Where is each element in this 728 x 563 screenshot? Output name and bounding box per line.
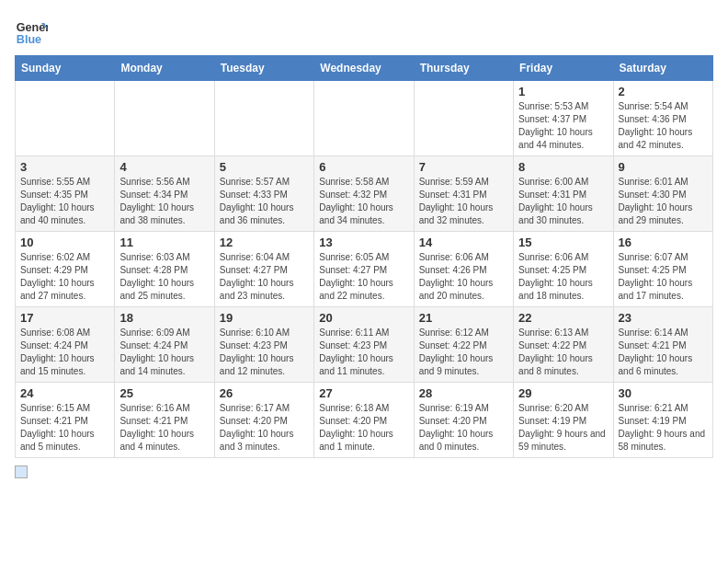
calendar-header-thursday: Thursday (414, 56, 513, 81)
day-info: Sunrise: 6:06 AM Sunset: 4:25 PM Dayligh… (518, 251, 608, 303)
calendar-cell: 17Sunrise: 6:08 AM Sunset: 4:24 PM Dayli… (16, 307, 115, 383)
day-info: Sunrise: 5:54 AM Sunset: 4:36 PM Dayligh… (619, 100, 708, 152)
day-info: Sunrise: 5:55 AM Sunset: 4:35 PM Dayligh… (20, 176, 109, 227)
day-number: 24 (20, 386, 109, 400)
day-number: 19 (220, 311, 309, 325)
day-number: 3 (20, 160, 109, 174)
calendar-cell: 15Sunrise: 6:06 AM Sunset: 4:25 PM Dayli… (514, 232, 613, 307)
calendar-cell: 4Sunrise: 5:56 AM Sunset: 4:34 PM Daylig… (115, 156, 214, 232)
legend-box (15, 465, 28, 478)
logo: General Blue (15, 15, 48, 48)
day-info: Sunrise: 6:05 AM Sunset: 4:27 PM Dayligh… (319, 251, 408, 303)
day-number: 27 (319, 386, 408, 400)
day-number: 18 (119, 311, 209, 325)
calendar-cell: 13Sunrise: 6:05 AM Sunset: 4:27 PM Dayli… (314, 232, 414, 307)
day-info: Sunrise: 6:06 AM Sunset: 4:26 PM Dayligh… (419, 251, 508, 303)
calendar-cell: 27Sunrise: 6:18 AM Sunset: 4:20 PM Dayli… (314, 383, 414, 458)
calendar-cell: 22Sunrise: 6:13 AM Sunset: 4:22 PM Dayli… (514, 307, 613, 383)
day-number: 16 (619, 236, 708, 249)
calendar-cell (414, 81, 513, 156)
day-number: 12 (220, 236, 309, 249)
calendar-cell: 24Sunrise: 6:15 AM Sunset: 4:21 PM Dayli… (16, 383, 115, 458)
day-number: 29 (518, 386, 608, 400)
calendar-cell (115, 81, 214, 156)
day-info: Sunrise: 6:20 AM Sunset: 4:19 PM Dayligh… (518, 402, 608, 454)
calendar-cell: 6Sunrise: 5:58 AM Sunset: 4:32 PM Daylig… (314, 156, 414, 232)
day-info: Sunrise: 6:13 AM Sunset: 4:22 PM Dayligh… (518, 327, 608, 378)
calendar-cell: 16Sunrise: 6:07 AM Sunset: 4:25 PM Dayli… (613, 232, 712, 307)
day-info: Sunrise: 6:04 AM Sunset: 4:27 PM Dayligh… (220, 251, 309, 303)
day-number: 1 (518, 85, 608, 98)
day-number: 13 (319, 236, 408, 249)
day-number: 21 (419, 311, 508, 325)
calendar: SundayMondayTuesdayWednesdayThursdayFrid… (15, 55, 713, 458)
day-number: 11 (119, 236, 209, 249)
calendar-cell: 10Sunrise: 6:02 AM Sunset: 4:29 PM Dayli… (16, 232, 115, 307)
day-info: Sunrise: 6:00 AM Sunset: 4:31 PM Dayligh… (518, 176, 608, 227)
day-number: 6 (319, 160, 408, 174)
logo-icon: General Blue (15, 15, 48, 48)
day-info: Sunrise: 6:17 AM Sunset: 4:20 PM Dayligh… (220, 402, 309, 454)
calendar-cell: 14Sunrise: 6:06 AM Sunset: 4:26 PM Dayli… (414, 232, 513, 307)
day-info: Sunrise: 5:53 AM Sunset: 4:37 PM Dayligh… (518, 100, 608, 152)
calendar-cell: 5Sunrise: 5:57 AM Sunset: 4:33 PM Daylig… (214, 156, 313, 232)
day-info: Sunrise: 5:57 AM Sunset: 4:33 PM Dayligh… (220, 176, 309, 227)
calendar-cell: 23Sunrise: 6:14 AM Sunset: 4:21 PM Dayli… (613, 307, 712, 383)
calendar-week-1: 1Sunrise: 5:53 AM Sunset: 4:37 PM Daylig… (16, 81, 713, 156)
calendar-cell: 20Sunrise: 6:11 AM Sunset: 4:23 PM Dayli… (314, 307, 414, 383)
svg-text:Blue: Blue (17, 33, 41, 46)
calendar-header-tuesday: Tuesday (214, 56, 313, 81)
calendar-header-sunday: Sunday (16, 56, 115, 81)
legend (15, 465, 713, 478)
calendar-cell: 7Sunrise: 5:59 AM Sunset: 4:31 PM Daylig… (414, 156, 513, 232)
calendar-cell: 1Sunrise: 5:53 AM Sunset: 4:37 PM Daylig… (514, 81, 613, 156)
day-number: 23 (619, 311, 708, 325)
day-number: 17 (20, 311, 109, 325)
calendar-cell: 18Sunrise: 6:09 AM Sunset: 4:24 PM Dayli… (115, 307, 214, 383)
day-number: 5 (220, 160, 309, 174)
calendar-week-4: 17Sunrise: 6:08 AM Sunset: 4:24 PM Dayli… (16, 307, 713, 383)
day-info: Sunrise: 5:56 AM Sunset: 4:34 PM Dayligh… (119, 176, 209, 227)
day-number: 8 (518, 160, 608, 174)
calendar-cell: 30Sunrise: 6:21 AM Sunset: 4:19 PM Dayli… (613, 383, 712, 458)
calendar-cell: 26Sunrise: 6:17 AM Sunset: 4:20 PM Dayli… (214, 383, 313, 458)
day-number: 26 (220, 386, 309, 400)
day-number: 2 (619, 85, 708, 98)
day-info: Sunrise: 6:10 AM Sunset: 4:23 PM Dayligh… (220, 327, 309, 378)
day-info: Sunrise: 6:14 AM Sunset: 4:21 PM Dayligh… (619, 327, 708, 378)
day-number: 22 (518, 311, 608, 325)
calendar-cell: 8Sunrise: 6:00 AM Sunset: 4:31 PM Daylig… (514, 156, 613, 232)
calendar-cell: 21Sunrise: 6:12 AM Sunset: 4:22 PM Dayli… (414, 307, 513, 383)
day-number: 25 (119, 386, 209, 400)
day-info: Sunrise: 6:01 AM Sunset: 4:30 PM Dayligh… (619, 176, 708, 227)
calendar-cell: 2Sunrise: 5:54 AM Sunset: 4:36 PM Daylig… (613, 81, 712, 156)
day-info: Sunrise: 6:03 AM Sunset: 4:28 PM Dayligh… (119, 251, 209, 303)
day-info: Sunrise: 6:15 AM Sunset: 4:21 PM Dayligh… (20, 402, 109, 454)
day-number: 15 (518, 236, 608, 249)
calendar-header-wednesday: Wednesday (314, 56, 414, 81)
day-number: 10 (20, 236, 109, 249)
calendar-cell: 12Sunrise: 6:04 AM Sunset: 4:27 PM Dayli… (214, 232, 313, 307)
calendar-header-row: SundayMondayTuesdayWednesdayThursdayFrid… (16, 56, 713, 81)
calendar-cell (314, 81, 414, 156)
calendar-cell: 11Sunrise: 6:03 AM Sunset: 4:28 PM Dayli… (115, 232, 214, 307)
calendar-cell: 25Sunrise: 6:16 AM Sunset: 4:21 PM Dayli… (115, 383, 214, 458)
calendar-cell (214, 81, 313, 156)
day-info: Sunrise: 5:59 AM Sunset: 4:31 PM Dayligh… (419, 176, 508, 227)
day-info: Sunrise: 6:12 AM Sunset: 4:22 PM Dayligh… (419, 327, 508, 378)
day-info: Sunrise: 5:58 AM Sunset: 4:32 PM Dayligh… (319, 176, 408, 227)
calendar-cell: 3Sunrise: 5:55 AM Sunset: 4:35 PM Daylig… (16, 156, 115, 232)
day-info: Sunrise: 6:19 AM Sunset: 4:20 PM Dayligh… (419, 402, 508, 454)
calendar-week-2: 3Sunrise: 5:55 AM Sunset: 4:35 PM Daylig… (16, 156, 713, 232)
day-info: Sunrise: 6:02 AM Sunset: 4:29 PM Dayligh… (20, 251, 109, 303)
calendar-cell: 28Sunrise: 6:19 AM Sunset: 4:20 PM Dayli… (414, 383, 513, 458)
day-info: Sunrise: 6:11 AM Sunset: 4:23 PM Dayligh… (319, 327, 408, 378)
calendar-cell: 29Sunrise: 6:20 AM Sunset: 4:19 PM Dayli… (514, 383, 613, 458)
day-number: 20 (319, 311, 408, 325)
day-info: Sunrise: 6:09 AM Sunset: 4:24 PM Dayligh… (119, 327, 209, 378)
calendar-header-friday: Friday (514, 56, 613, 81)
day-info: Sunrise: 6:21 AM Sunset: 4:19 PM Dayligh… (619, 402, 708, 454)
calendar-cell: 19Sunrise: 6:10 AM Sunset: 4:23 PM Dayli… (214, 307, 313, 383)
calendar-header-saturday: Saturday (613, 56, 712, 81)
calendar-week-3: 10Sunrise: 6:02 AM Sunset: 4:29 PM Dayli… (16, 232, 713, 307)
